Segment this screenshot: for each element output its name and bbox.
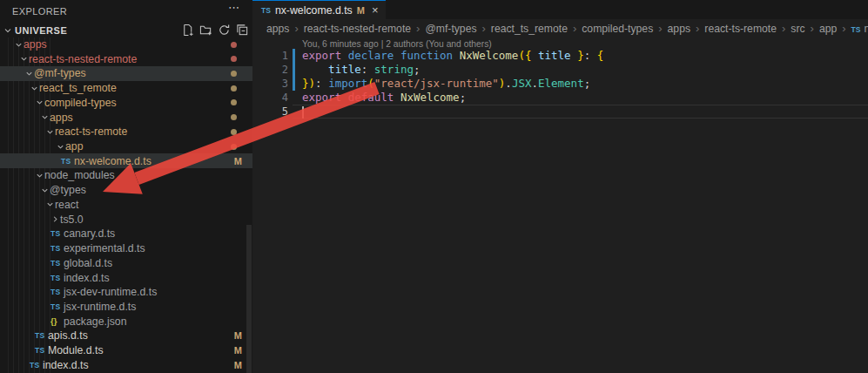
code-line-2[interactable]: 2 title: string; (252, 63, 868, 77)
code-editor[interactable]: You, 6 minutes ago | 2 authors (You and … (252, 37, 868, 373)
tab-label: nx-welcome.d.ts (275, 4, 353, 17)
tree-item-index-d-ts[interactable]: TSindex.d.tsM (0, 357, 252, 372)
tree-item-apps[interactable]: apps (0, 37, 252, 52)
code-token: string (374, 63, 414, 76)
chevron-right-icon: › (842, 22, 845, 35)
modified-dot (231, 42, 237, 48)
tree-item-canary-d-ts[interactable]: TScanary.d.ts (0, 227, 252, 241)
breadcrumb-item[interactable]: compiled-types (582, 23, 653, 35)
tree-item-label: jsx-runtime.d.ts (64, 301, 136, 313)
codelens-annotation[interactable]: You, 6 minutes ago | 2 authors (You and … (302, 39, 492, 49)
explorer-title: EXPLORER (12, 6, 67, 17)
chevron-right-icon: › (696, 22, 699, 35)
breadcrumb-label: @mf-types (425, 23, 476, 35)
tree-item-index-d-ts[interactable]: TSindex.d.ts (0, 270, 252, 285)
code-token: : (361, 63, 374, 76)
modified-dot (231, 99, 237, 105)
breadcrumb-item[interactable]: src (791, 23, 804, 35)
breadcrumb-label: nx-welcome.d.ts (864, 23, 868, 35)
breadcrumb-label: react-ts-nested-remote (304, 23, 411, 35)
code-line-body: }): import("react/jsx-runtime").JSX.Elem… (293, 77, 868, 91)
code-token: "react/jsx-runtime" (374, 77, 499, 90)
tree-item-module-d-ts[interactable]: TSModule.d.tsM (0, 343, 252, 358)
tree-item-react-ts-remote[interactable]: react_ts_remote (0, 81, 252, 96)
code-line-4[interactable]: 4export default NxWelcome; (252, 91, 868, 105)
code-line-body: export default NxWelcome; (293, 91, 868, 105)
tree-item-jsx-runtime-d-ts[interactable]: TSjsx-runtime.d.ts (0, 299, 252, 314)
code-token: default (348, 91, 394, 104)
tree-item-ts5-0[interactable]: ts5.0 (0, 212, 252, 227)
tree-item-label: react (55, 199, 78, 211)
code-line-3[interactable]: 3}): import("react/jsx-runtime").JSX.Ele… (252, 77, 868, 91)
explorer-sidebar: EXPLORER ⋯ UNIVERSE (0, 0, 252, 373)
section-universe[interactable]: UNIVERSE (0, 23, 252, 37)
modified-dot (231, 85, 237, 92)
code-token: } (577, 49, 584, 62)
tree-item--mf-types[interactable]: @mf-types (0, 66, 252, 81)
editor-group: TS nx-welcome.d.ts M × apps›react-ts-nes… (252, 0, 868, 373)
sidebar-scrollbar[interactable] (246, 225, 252, 373)
code-token (341, 49, 348, 62)
line-number: 1 (252, 49, 288, 63)
code-token: title (538, 49, 571, 62)
tree-item-app[interactable]: app (0, 139, 252, 154)
tree-item-label: apps (50, 112, 73, 124)
close-icon[interactable]: × (372, 3, 379, 17)
breadcrumb-item[interactable]: react_ts_remote (491, 23, 568, 35)
tree-item-node-modules[interactable]: node_modules (0, 168, 252, 183)
breadcrumb-label: apps (266, 23, 289, 35)
chevron-right-icon: › (294, 22, 298, 35)
code-token (394, 49, 400, 62)
code-line-1[interactable]: 1export declare function NxWelcome({ tit… (252, 49, 868, 63)
code-token: JSX (512, 77, 532, 90)
chevron-right-icon: › (811, 22, 814, 35)
breadcrumb-item[interactable]: apps (668, 23, 690, 35)
tree-item-package-json[interactable]: {}package.json (0, 314, 252, 329)
breadcrumb-item[interactable]: apps (266, 23, 289, 35)
tree-item-nx-welcome-d-ts[interactable]: TSnx-welcome.d.tsM (0, 153, 252, 168)
tree-item-apps[interactable]: apps (0, 110, 252, 125)
more-actions-icon[interactable]: ⋯ (228, 1, 240, 14)
chevron-down-icon (19, 54, 29, 64)
modified-badge: M (234, 156, 242, 166)
breadcrumb-item[interactable]: @mf-types (425, 23, 476, 35)
tree-item-experimental-d-ts[interactable]: TSexperimental.d.ts (0, 241, 252, 256)
chevron-down-icon (40, 186, 50, 195)
code-token (302, 63, 328, 76)
tab-nx-welcome[interactable]: TS nx-welcome.d.ts M × (252, 0, 386, 19)
line-number: 4 (252, 91, 288, 105)
code-token: : (315, 77, 328, 90)
refresh-icon[interactable] (217, 24, 231, 37)
tree-item-label: global.d.ts (64, 257, 112, 269)
tree-item-jsx-dev-runtime-d-ts[interactable]: TSjsx-dev-runtime.d.ts (0, 285, 252, 300)
tree-item-label: react-ts-nested-remote (29, 53, 137, 65)
tree-item-global-d-ts[interactable]: TSglobal.d.ts (0, 255, 252, 270)
ts-icon: TS (50, 244, 64, 253)
chevron-down-icon (3, 25, 13, 36)
tree-item-react-ts-nested-remote[interactable]: react-ts-nested-remote (0, 51, 252, 66)
tree-item--types[interactable]: @types (0, 183, 252, 198)
tree-item-label: compiled-types (44, 97, 117, 109)
ts-icon: TS (50, 288, 64, 296)
tree-item-react[interactable]: react (0, 197, 252, 212)
tree-item-apis-d-ts[interactable]: TSapis.d.tsM (0, 329, 252, 343)
new-folder-icon[interactable] (198, 24, 212, 37)
code-content: export default NxWelcome; (302, 91, 466, 105)
breadcrumb-item[interactable]: react-ts-remote (704, 23, 777, 35)
ts-icon: TS (851, 25, 861, 34)
breadcrumb-item[interactable]: TSnx-welcome.d.ts (851, 23, 868, 35)
chevron-down-icon (14, 40, 24, 50)
tree-item-react-ts-remote[interactable]: react-ts-remote (0, 125, 252, 139)
code-line-5[interactable]: 5 (252, 105, 868, 119)
tree-item-label: react-ts-remote (55, 125, 127, 138)
tree-item-compiled-types[interactable]: compiled-types (0, 95, 252, 110)
code-token: export (302, 49, 341, 62)
breadcrumb-item[interactable]: app (819, 23, 837, 35)
collapse-all-icon[interactable] (235, 24, 249, 37)
chevron-right-icon: › (782, 22, 785, 35)
tree-item-label: @mf-types (34, 67, 86, 79)
breadcrumb-item[interactable]: react-ts-nested-remote (304, 23, 411, 35)
section-actions (180, 23, 249, 37)
code-token: export (302, 91, 341, 104)
new-file-icon[interactable] (180, 24, 194, 37)
